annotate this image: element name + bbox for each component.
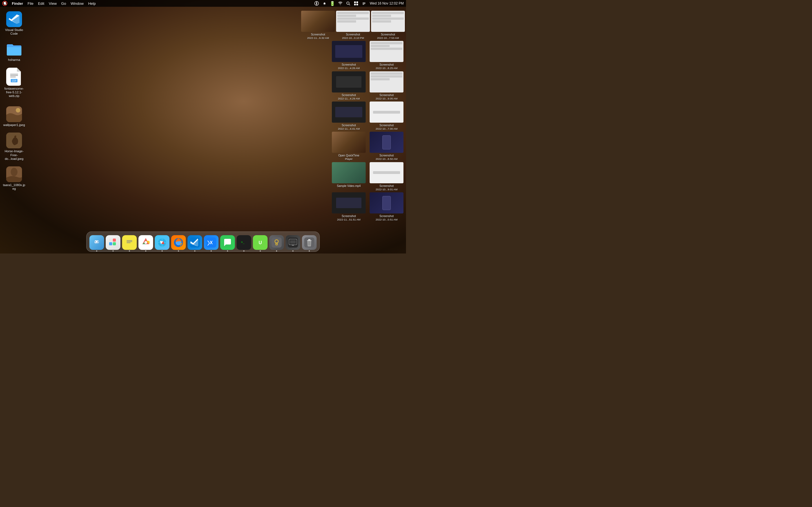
screenshot-item-5[interactable]: Screenshot 2022-10...8.25 AM: [368, 41, 405, 70]
screenshot-thumb-10: [332, 132, 366, 153]
wifi-icon[interactable]: [338, 1, 343, 6]
dock-finder[interactable]: [90, 235, 104, 250]
notification-center-icon[interactable]: [362, 1, 366, 6]
svg-rect-10: [362, 3, 365, 4]
vscode-label: Visual Studio Code: [3, 28, 25, 36]
vscode-desktop-icon[interactable]: Visual Studio Code: [3, 11, 25, 36]
spotlight-search-icon[interactable]: [346, 1, 350, 6]
dock-messages[interactable]: [220, 235, 235, 250]
svg-point-21: [11, 168, 17, 176]
svg-rect-9: [362, 3, 365, 3]
help-menu-item[interactable]: Help: [88, 1, 96, 6]
dock-upwork[interactable]: U: [253, 235, 268, 250]
screenshot-label-8: Screenshot 2022-11...4.41 AM: [338, 123, 360, 130]
go-menu-item[interactable]: Go: [61, 1, 66, 6]
apple-menu[interactable]: [2, 1, 7, 6]
svg-rect-61: [292, 245, 294, 245]
dock-keychain[interactable]: [269, 235, 284, 250]
screenshot-item-3[interactable]: Screenshot 2022-10...7.53 AM: [371, 11, 405, 40]
dock-screenium[interactable]: [286, 235, 300, 250]
screenshot-item-4[interactable]: Screenshot 2022-11...4.26 AM: [331, 41, 367, 70]
screenshot-thumb-4: [332, 41, 366, 62]
screenshot-thumb-13: [370, 162, 403, 183]
screenshot-label-10: Open QuickTime Player: [338, 154, 359, 161]
svg-point-37: [144, 241, 147, 244]
screenshot-item-6[interactable]: Screenshot 2022-11...4.29 AM: [331, 71, 367, 100]
screenshot-thumb-8: [332, 102, 366, 123]
screenshot-item-12[interactable]: Sample Video.mp4: [331, 162, 367, 191]
screenshot-item-13[interactable]: Screenshot 2022-10...9.01 AM: [368, 162, 405, 191]
svg-text:◎: ◎: [324, 2, 326, 5]
dock-firefox[interactable]: [171, 235, 186, 250]
wallpaper1-icon[interactable]: wallpaper1.jpeg: [3, 106, 25, 127]
screenshot-row-1: Screenshot 2022-11...6.32 AM Screenshot …: [327, 10, 406, 40]
screenshot-item-8[interactable]: Screenshot 2022-11...4.41 AM: [331, 102, 367, 130]
horse-image-icon[interactable]: Horse-Image-Free-do...load.jpeg: [3, 132, 25, 161]
svg-point-26: [98, 241, 99, 242]
screenshot-item-2[interactable]: Screenshot 2022-10...0.10 PM: [336, 11, 370, 40]
window-menu-item[interactable]: Window: [70, 1, 83, 6]
control-center-icon[interactable]: [354, 1, 358, 6]
screenshot-row-3: Screenshot 2022-11...4.29 AM Screenshot …: [327, 71, 406, 101]
screenshot-item-10[interactable]: Open QuickTime Player: [331, 132, 367, 161]
svg-rect-32: [127, 240, 132, 241]
svg-rect-5: [354, 1, 356, 3]
screenshot-item-15[interactable]: Screenshot 2022-10...0.51 AM: [368, 192, 405, 221]
screenshot-thumb-2: [336, 11, 370, 32]
dock-chrome[interactable]: [138, 235, 153, 250]
svg-rect-29: [109, 242, 112, 245]
file-menu-item[interactable]: File: [27, 1, 34, 6]
dock-vscode[interactable]: [187, 235, 202, 250]
screenshot-thumb-12: [332, 162, 366, 183]
horse-icon-image: [6, 132, 22, 148]
screenshot-row-2: Screenshot 2022-11...4.26 AM Screenshot …: [327, 40, 406, 70]
screenshot-item-1[interactable]: Screenshot 2022-11...6.32 AM: [301, 11, 335, 40]
hsharma-folder-icon[interactable]: hsharma: [3, 41, 25, 62]
svg-rect-14: [10, 77, 16, 77]
taara-label: taara1_1080x.jpeg: [3, 183, 25, 190]
dock-safari[interactable]: [155, 235, 169, 250]
screenshot-label-5: Screenshot 2022-10...8.25 AM: [375, 63, 398, 70]
desktop-icons: Visual Studio Code hsharma ZIP fontaweso…: [3, 11, 25, 190]
arcbrowser-icon[interactable]: [314, 1, 319, 6]
svg-rect-60: [290, 240, 296, 244]
clock: Wed 16 Nov 12:02 PM: [370, 1, 404, 5]
svg-rect-13: [10, 75, 18, 76]
taara-image-icon[interactable]: taara1_1080x.jpeg: [3, 166, 25, 190]
screenshot-thumb-7: [370, 71, 403, 93]
screenshot-label-11: Screenshot 2022-10...8.50 AM: [375, 154, 398, 161]
screenshot-item-11[interactable]: Screenshot 2022-10...8.50 AM: [368, 132, 405, 161]
screenshot-item-14[interactable]: Screenshot 2022-11...51.51 AM: [331, 192, 367, 221]
svg-rect-30: [113, 242, 116, 245]
wallpaper1-icon-image: [6, 106, 22, 122]
dock-launchpad[interactable]: [106, 235, 120, 250]
svg-rect-33: [127, 241, 132, 242]
screenshot-thumb-9: [370, 102, 403, 123]
screenshot-item-9[interactable]: Screenshot 2022-10...7.00 AM: [368, 102, 405, 130]
screenshot-label-9: Screenshot 2022-10...7.00 AM: [375, 123, 398, 130]
screenshot-item-7[interactable]: Screenshot 2022-10...9.05 AM: [368, 71, 405, 100]
finder-menu-item[interactable]: Finder: [12, 1, 23, 6]
svg-rect-11: [362, 4, 364, 5]
screenshots-panel: Screenshot 2022-11...6.32 AM Screenshot …: [327, 10, 406, 222]
dock-terminal[interactable]: >_: [237, 235, 251, 250]
hsharma-icon-image: [6, 41, 22, 57]
screenshot-label-4: Screenshot 2022-11...4.26 AM: [338, 63, 360, 70]
screenshot-label-14: Screenshot 2022-11...51.51 AM: [337, 214, 361, 221]
dock-notes[interactable]: [122, 235, 137, 250]
edit-menu-item[interactable]: Edit: [38, 1, 44, 6]
dock-xcode[interactable]: X: [204, 235, 219, 250]
dock-trash[interactable]: [302, 235, 316, 250]
fontawesome-zip-icon[interactable]: ZIP fontawesome-free-5.12.1-web.zip: [3, 68, 25, 98]
svg-rect-6: [356, 1, 358, 3]
svg-rect-64: [308, 239, 310, 240]
screenshot-thumb-1: [301, 11, 335, 32]
svg-text:U: U: [258, 240, 262, 245]
screenshot-row-4: Screenshot 2022-11...4.41 AM Screenshot …: [327, 101, 406, 131]
svg-rect-63: [307, 240, 311, 241]
view-menu-item[interactable]: View: [49, 1, 57, 6]
network-icon[interactable]: ◎: [322, 1, 327, 6]
screenshot-label-1: Screenshot 2022-11...6.32 AM: [307, 33, 329, 40]
battery-icon[interactable]: 🔋: [330, 1, 335, 6]
svg-rect-34: [127, 242, 130, 243]
